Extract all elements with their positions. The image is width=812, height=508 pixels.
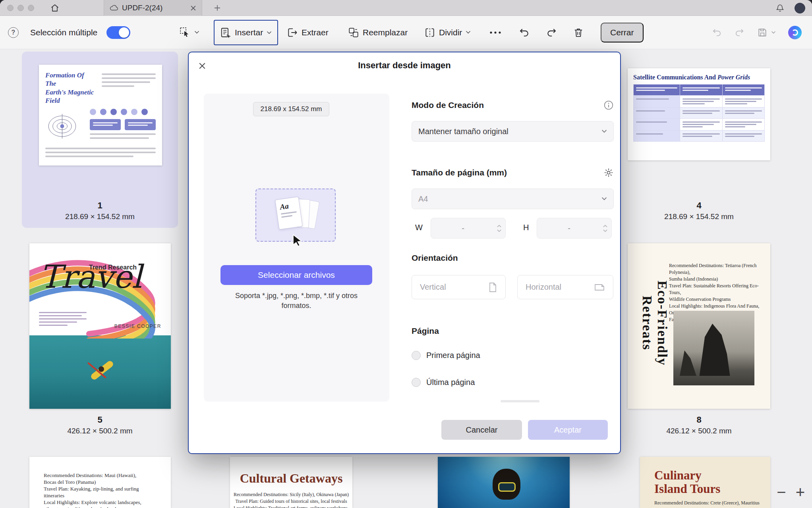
ellipsis-icon [489, 31, 501, 34]
scroll-hint [501, 400, 539, 402]
split-icon [424, 27, 435, 38]
redo-button-secondary[interactable] [734, 27, 744, 38]
undo-icon [519, 27, 530, 38]
page-size-row: Tamaño de página (mm) [412, 167, 614, 178]
height-input[interactable]: - [537, 218, 612, 239]
window-close-button[interactable] [7, 5, 14, 11]
select-files-button[interactable]: Seleccionar archivos [220, 265, 372, 285]
stepper-up-icon [603, 225, 607, 227]
undo-button[interactable] [519, 27, 530, 38]
page-size: 218.69 × 154.52 mm [628, 212, 770, 221]
paper-size-value: A4 [418, 194, 428, 204]
first-page-radio[interactable]: Primera página [412, 351, 480, 360]
page-thumbnail-1[interactable]: Formation Of The Earth's Magnetic Field [22, 52, 178, 228]
extract-label: Extraer [302, 28, 329, 37]
creation-mode-dropdown[interactable]: Mantener tamaño original [412, 121, 614, 142]
page-thumbnail-partial-underwater[interactable] [438, 457, 570, 508]
paper-size-dropdown[interactable]: A4 [412, 189, 614, 209]
orientation-horizontal-button[interactable]: Horizontal [517, 275, 613, 299]
toggle-on-icon [106, 26, 130, 39]
cultural-getaways-title: Cultural Getaways [230, 471, 352, 486]
redo-icon [734, 27, 744, 38]
last-page-radio[interactable]: Última página [412, 378, 475, 387]
page-thumbnail-8[interactable]: Eco-Friendly Retreats Recommended Destin… [628, 243, 770, 442]
text-lines-placeholder [102, 71, 156, 105]
delete-page-button[interactable] [573, 27, 584, 38]
orientation-vertical-button[interactable]: Vertical [412, 275, 506, 299]
undo-icon [712, 27, 722, 38]
cancel-button[interactable]: Cancelar [441, 420, 522, 440]
page-size-label: Tamaño de página [412, 168, 484, 177]
close-mode-button[interactable]: Cerrar [601, 23, 644, 42]
text-lines-placeholder [90, 133, 156, 139]
width-input[interactable]: - [431, 218, 506, 239]
cloud-icon [110, 5, 118, 11]
zoom-in-button[interactable]: + [796, 483, 805, 501]
image-size-badge: 218.69 x 154.52 mm [253, 102, 329, 116]
info-icon[interactable] [603, 100, 614, 110]
page-thumbnail-partial-cultural[interactable]: Cultural Getaways Recommended Destinatio… [230, 457, 352, 508]
more-options-button[interactable] [489, 31, 501, 34]
landscape-page-icon [594, 283, 605, 292]
page-5-title: Travel [40, 258, 142, 295]
page-8-preview: Eco-Friendly Retreats Recommended Destin… [628, 243, 770, 409]
replace-button[interactable]: Reemplazar [348, 27, 408, 38]
purple-label-box [90, 119, 121, 130]
new-tab-button[interactable] [211, 2, 223, 13]
supported-formats-text: Soporta *.jpg, *.png, *.bmp, *.tif y otr… [229, 291, 364, 311]
tab-close-icon[interactable] [190, 5, 196, 11]
help-button[interactable]: ? [8, 27, 19, 38]
window-minimize-button[interactable] [17, 5, 24, 11]
help-icon: ? [8, 27, 19, 38]
accept-button[interactable]: Aceptar [528, 420, 608, 440]
notifications-button[interactable] [774, 2, 786, 13]
insert-from-image-dialog: Insertar desde imagen 218.69 x 154.52 mm… [188, 52, 621, 454]
multi-select-toggle[interactable] [106, 26, 130, 39]
chevron-down-icon [267, 31, 272, 35]
gear-icon[interactable] [603, 167, 614, 178]
page-thumbnail-partial-culinary[interactable]: Culinary Island Tours Recommended Destin… [640, 457, 770, 508]
split-button[interactable]: Dividir [424, 27, 471, 38]
insert-label: Insertar [235, 28, 263, 37]
redo-icon [546, 27, 557, 38]
kayak-photo [29, 335, 171, 409]
image-drop-area[interactable]: 218.69 x 154.52 mm Aa Seleccionar archiv… [204, 94, 389, 402]
height-stepper[interactable] [601, 225, 611, 232]
page-number: 8 [628, 415, 770, 425]
insert-icon [220, 27, 231, 38]
page-size: 426.12 × 500.2 mm [22, 427, 178, 435]
page-thumbnail-partial-left[interactable]: Recommended Destinations: Maui (Hawaii),… [29, 457, 171, 508]
titlebar: UPDF-2(24) [0, 0, 812, 16]
creation-mode-row: Modo de Creación [412, 100, 614, 110]
cursor-arrow-icon [290, 233, 304, 247]
save-button[interactable] [757, 27, 776, 38]
user-avatar[interactable] [795, 3, 805, 13]
undo-button-secondary[interactable] [712, 27, 722, 38]
radio-icon [412, 378, 421, 387]
height-label: H [523, 223, 529, 232]
select-tool-button[interactable] [180, 27, 199, 38]
extract-button[interactable]: Extraer [287, 27, 329, 38]
updf-ai-button[interactable] [788, 26, 802, 39]
width-stepper[interactable] [495, 225, 505, 232]
home-icon [50, 3, 60, 13]
page-thumbnail-5[interactable]: Trend Research Travel BESSIE COOPER 5 42… [22, 243, 178, 442]
tab-title: UPDF-2(24) [122, 4, 187, 12]
insert-button[interactable]: Insertar [214, 20, 278, 45]
app-window: UPDF-2(24) ? Selección múltiple Insertar [0, 0, 812, 508]
document-tab[interactable]: UPDF-2(24) [104, 0, 202, 16]
chevron-down-icon [601, 129, 607, 133]
page-section-row: Página [412, 326, 614, 336]
redo-button[interactable] [546, 27, 557, 38]
page-thumbnail-4[interactable]: Satellite Communications And Power Grids… [628, 52, 770, 228]
replace-label: Reemplazar [363, 28, 408, 37]
extract-icon [287, 27, 298, 38]
text-lines-placeholder [45, 148, 156, 157]
window-maximize-button[interactable] [28, 5, 34, 11]
page-size: 426.12 × 500.2 mm [628, 427, 770, 435]
zoom-out-button[interactable]: − [777, 483, 786, 501]
replace-icon [348, 27, 359, 38]
magnetic-field-diagram [45, 109, 84, 144]
home-button[interactable] [48, 2, 61, 14]
creation-mode-value: Mantener tamaño original [418, 127, 508, 136]
